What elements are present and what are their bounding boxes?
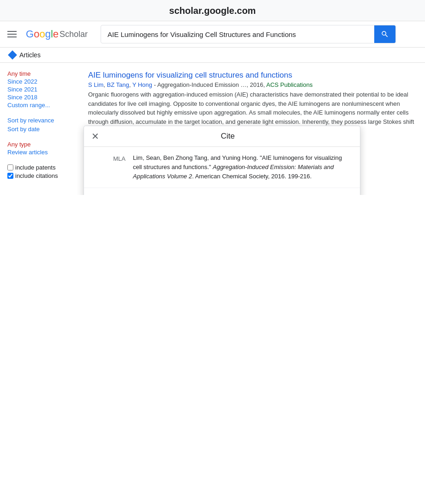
sidebar: Any time Since 2022 Since 2021 Since 201…: [7, 70, 79, 188]
any-time-filter[interactable]: Any time: [7, 70, 79, 77]
sort-by-relevance[interactable]: Sort by relevance: [7, 117, 79, 124]
search-button[interactable]: [374, 25, 395, 43]
since-2018-filter[interactable]: Since 2018: [7, 94, 79, 101]
author-y-hong[interactable]: Y Hong: [132, 81, 152, 88]
cite-modal: ✕ Cite MLA Lim, Sean, Ben Zhong Tang, an…: [84, 126, 360, 195]
since-2022-filter[interactable]: Since 2022: [7, 78, 79, 85]
url-bar: scholar.google.com: [0, 0, 425, 21]
since-2021-filter[interactable]: Since 2021: [7, 86, 79, 93]
include-patents-checkbox[interactable]: [7, 164, 13, 170]
articles-icon: [8, 50, 17, 60]
cite-text-apa: Lim, S., Tang, B. Z., & Hong, Y. (2016).…: [133, 194, 351, 195]
result-title[interactable]: AIE luminogens for visualizing cell stru…: [88, 71, 292, 79]
result-publisher[interactable]: ACS Publications: [266, 81, 312, 88]
include-patents-row: include patents: [7, 164, 79, 171]
cite-row-mla: MLA Lim, Sean, Ben Zhong Tang, and Yunin…: [84, 147, 360, 188]
search-icon: [381, 30, 389, 38]
cite-label-apa: APA: [93, 194, 126, 195]
include-section: include patents include citations: [7, 164, 79, 179]
include-citations-label: include citations: [15, 172, 58, 179]
header: Google Scholar: [0, 21, 425, 48]
articles-label: Articles: [19, 51, 41, 59]
logo-scholar-text: Scholar: [60, 30, 88, 39]
author-separator: -: [154, 81, 157, 88]
cite-modal-header: ✕ Cite: [84, 126, 360, 147]
search-bar[interactable]: [101, 25, 396, 43]
cite-modal-title: Cite: [103, 132, 353, 141]
url-text: scholar.google.com: [169, 6, 256, 16]
cite-text-mla: Lim, Sean, Ben Zhong Tang, and Yuning Ho…: [133, 153, 351, 181]
custom-range-filter[interactable]: Custom range...: [7, 102, 79, 109]
result-authors: S Lim, BZ Tang, Y Hong - Aggregation-Ind…: [88, 81, 418, 88]
sort-section: Sort by relevance Sort by date: [7, 117, 79, 133]
cite-label-mla: MLA: [93, 153, 126, 181]
main-layout: Any time Since 2022 Since 2021 Since 201…: [0, 63, 425, 195]
articles-tab[interactable]: Articles: [0, 48, 425, 63]
sort-by-date[interactable]: Sort by date: [7, 126, 79, 133]
type-section: Any type Review articles: [7, 141, 79, 156]
include-citations-row: include citations: [7, 172, 79, 179]
author-s-lim[interactable]: S Lim: [88, 81, 103, 88]
result-source: Aggregation-Induced Emission …, 2016: [157, 81, 263, 88]
author-bz-tang[interactable]: BZ Tang: [107, 81, 129, 88]
cite-row-apa: APA Lim, S., Tang, B. Z., & Hong, Y. (20…: [84, 188, 360, 195]
menu-icon[interactable]: [7, 31, 17, 37]
include-citations-checkbox[interactable]: [7, 173, 13, 179]
include-patents-label: include patents: [15, 164, 55, 171]
review-article-filter[interactable]: Review articles: [7, 149, 79, 156]
close-button[interactable]: ✕: [91, 132, 99, 141]
time-filter-section: Any time Since 2022 Since 2021 Since 201…: [7, 70, 79, 109]
search-input[interactable]: [101, 27, 374, 42]
logo[interactable]: Google Scholar: [26, 28, 88, 40]
any-type-filter[interactable]: Any type: [7, 141, 79, 148]
results-area: AIE luminogens for visualizing cell stru…: [88, 70, 418, 188]
